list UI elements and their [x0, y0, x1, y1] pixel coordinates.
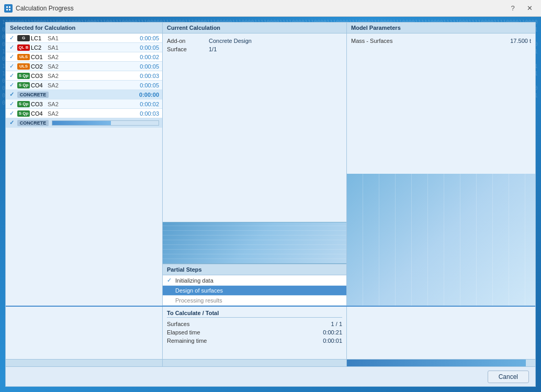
step-label: Design of surfaces [175, 287, 223, 294]
row-combo: SA2 [48, 110, 62, 117]
top-panels: Selected for Calculation ✓ G LC1 SA1 0:0… [6, 23, 535, 306]
remaining-label: Remaining time [167, 338, 207, 344]
right-progress-fill [347, 360, 526, 366]
step-check-icon: ✓ [167, 277, 175, 284]
current-calc-area: Add-on Concrete Design Surface 1/1 [163, 33, 346, 222]
row-time: 0:00:05 [136, 35, 161, 41]
tag-g-icon: G [17, 35, 30, 41]
check-icon: ✓ [7, 119, 16, 126]
current-calc-header: Current Calculation [163, 23, 346, 33]
bottom-middle: To Calculate / Total Surfaces 1 / 1 Elap… [163, 307, 347, 359]
blue-area-lines [163, 222, 346, 263]
step-label: Initializing data [175, 277, 213, 284]
tag-sop-icon: S Qp [17, 73, 30, 79]
row-time: 0:00:05 [136, 44, 161, 51]
left-panel-header: Selected for Calculation [6, 23, 162, 33]
tag-sop-icon: S Qp [17, 101, 30, 107]
check-icon: ✓ [7, 110, 16, 117]
row-name: CO2 [31, 63, 48, 70]
progress-middle [163, 360, 347, 366]
row-combo: SA2 [48, 82, 62, 88]
step-row-design: Design of surfaces [163, 286, 346, 296]
step-row-initializing: ✓ Initializing data [163, 275, 346, 286]
check-icon: ✓ [7, 44, 16, 51]
app-icon [4, 4, 13, 13]
table-row: ✓ S Qp CO3 SA2 0:00:03 [6, 71, 162, 81]
table-row: ✓ G LC1 SA1 0:00:05 [6, 33, 162, 43]
addon-row: Add-on Concrete Design [167, 38, 342, 44]
surfaces-stat-row: Surfaces 1 / 1 [167, 321, 342, 327]
window-controls: ? ✕ [505, 3, 537, 14]
row-time: 0:00:02 [136, 54, 161, 60]
progress-bars-area [6, 359, 535, 366]
table-row: ✓ QL B LC2 SA1 0:00:05 [6, 43, 162, 52]
partial-steps-header: Partial Steps [163, 264, 346, 275]
model-params-header: Model Parameters [347, 23, 535, 33]
tag-concrete-icon: CONCRETE [17, 120, 49, 126]
progress-bar [52, 120, 159, 126]
step-row-processing: Processing results [163, 296, 346, 306]
check-icon: ✓ [7, 100, 16, 107]
row-time: 0:00:03 [136, 73, 161, 79]
row-time: 0:00:02 [136, 101, 161, 107]
right-blue-lines [347, 174, 535, 306]
row-time: 0:00:05 [136, 82, 161, 88]
tag-sop-icon: S Qp [17, 110, 30, 117]
progress-fill [52, 121, 111, 125]
row-name: LC1 [31, 35, 48, 41]
row-combo: SA1 [48, 35, 62, 41]
table-row: ✓ S Qp CO4 SA2 0:00:05 [6, 81, 162, 90]
row-name: CO1 [31, 54, 48, 60]
table-row: ✓ ULS CO2 SA2 0:00:05 [6, 62, 162, 71]
row-name: CO4 [31, 110, 48, 117]
tag-sop-icon: S Qp [17, 82, 30, 88]
elapsed-stat-row: Elapsed time 0:00:21 [167, 329, 342, 335]
row-name: CO3 [31, 73, 48, 79]
table-row: ✓ CONCRETE [6, 118, 162, 128]
row-combo: SA2 [48, 101, 62, 107]
step-label: Processing results [175, 297, 222, 304]
bottom-left [6, 307, 163, 359]
help-button[interactable]: ? [505, 3, 520, 14]
surface-value: 1/1 [209, 46, 217, 52]
cancel-area: Cancel [6, 366, 535, 386]
check-icon: ✓ [7, 63, 16, 70]
progress-right [347, 360, 535, 366]
row-name: CO3 [31, 101, 48, 107]
elapsed-label: Elapsed time [167, 329, 200, 335]
progress-left [6, 360, 163, 366]
main-background: RFEM SOLVER 1100000111000011100011000110… [0, 17, 541, 392]
addon-value: Concrete Design [209, 38, 252, 44]
row-time: 0:00:05 [136, 63, 161, 70]
to-calculate-header: To Calculate / Total [167, 310, 342, 318]
check-icon: ✓ [7, 72, 16, 79]
svg-rect-3 [9, 9, 10, 10]
check-icon: ✓ [7, 53, 16, 60]
svg-rect-0 [6, 6, 8, 8]
bottom-right [347, 307, 535, 359]
left-panel-content: ✓ G LC1 SA1 0:00:05 ✓ QL B LC2 SA1 0:00:… [6, 33, 162, 306]
row-combo: SA1 [48, 44, 62, 51]
row-time: 0:00:03 [136, 110, 161, 117]
remaining-stat-row: Remaining time 0:00:01 [167, 338, 342, 344]
mass-surfaces-row: Mass - Surfaces 17.500 t [351, 38, 531, 44]
row-combo: SA2 [48, 73, 62, 79]
dialog: Selected for Calculation ✓ G LC1 SA1 0:0… [5, 22, 536, 387]
svg-rect-1 [9, 6, 10, 8]
tag-uls-icon: ULS [17, 54, 30, 60]
check-icon: ✓ [7, 82, 16, 88]
addon-label: Add-on [167, 38, 209, 44]
check-icon: ✓ [7, 91, 16, 98]
right-panel: Model Parameters Mass - Surfaces 17.500 … [347, 23, 535, 306]
row-combo: SA2 [48, 54, 62, 60]
row-name: LC2 [31, 44, 48, 51]
tag-qb-icon: QL B [17, 44, 30, 51]
table-row: ✓ S Qp CO4 SA2 0:00:03 [6, 109, 162, 118]
param-value: 17.500 t [510, 38, 531, 44]
cancel-button[interactable]: Cancel [488, 371, 529, 383]
blue-decoration [163, 222, 346, 264]
surfaces-label: Surfaces [167, 321, 189, 327]
elapsed-value: 0:00:21 [323, 329, 342, 335]
close-button[interactable]: ✕ [522, 3, 537, 14]
param-label: Mass - Surfaces [351, 38, 392, 44]
